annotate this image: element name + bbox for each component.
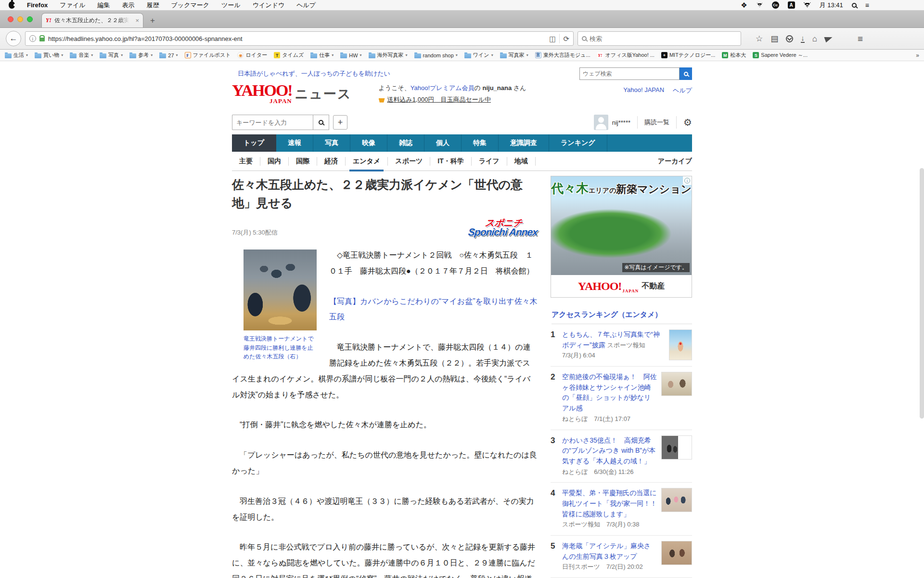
archive-link[interactable]: アーカイブ	[658, 157, 692, 166]
ad-banner[interactable]: 代々木エリアの新築マンション ※写真はイメージです。 i YAHOO! JAPA…	[551, 176, 692, 298]
adchoices-icon[interactable]: i	[683, 176, 692, 185]
bookmark-folder-ongaku[interactable]: 音楽▾	[70, 52, 93, 59]
apple-menu-icon[interactable]	[9, 1, 15, 9]
subnav-chiiki[interactable]: 地域	[507, 157, 536, 166]
subnav-kokunai[interactable]: 国内	[260, 157, 289, 166]
menu-file[interactable]: ファイル	[60, 1, 85, 10]
zoom-window-button[interactable]	[27, 16, 33, 22]
spotlight-icon[interactable]	[852, 3, 857, 8]
bookmarks-overflow-chevron[interactable]: »	[916, 52, 919, 59]
premium-member-link[interactable]: Yahoo!プレミアム会員	[411, 84, 475, 92]
tab-close-icon[interactable]: ×	[135, 17, 139, 24]
bookmark-folder-randomshop[interactable]: random shop▾	[414, 53, 458, 58]
ranking-thumbnail[interactable]	[661, 435, 692, 460]
bookmark-folder-kaimono[interactable]: 買い物▾	[35, 52, 63, 59]
subnav-sports[interactable]: スポーツ	[388, 157, 430, 166]
menu-history[interactable]: 履歴	[147, 1, 159, 10]
menu-edit[interactable]: 編集	[98, 1, 110, 10]
subscription-list-link[interactable]: 購読一覧	[644, 118, 669, 127]
bookmark-folder-hw[interactable]: HW▾	[340, 53, 361, 58]
yahoo-japan-link[interactable]: Yahoo! JAPAN	[623, 86, 664, 95]
menubar-clock[interactable]: 月 13:41	[820, 1, 843, 10]
browser-search-input[interactable]	[590, 35, 737, 42]
gear-icon[interactable]: ⚙	[683, 117, 692, 128]
photo-caption-link[interactable]: 竜王戦決勝トーナメントで藤井四段に勝利し連勝を止めた佐々木五段（右）	[244, 334, 317, 361]
close-window-button[interactable]	[8, 16, 13, 22]
subnav-it[interactable]: IT・科学	[430, 157, 471, 166]
help-link[interactable]: ヘルプ	[673, 86, 692, 95]
yahoo-news-logo[interactable]: YAHOO! JAPAN ニュース	[232, 83, 352, 105]
menu-bookmarks[interactable]: ブックマーク	[171, 1, 210, 10]
https-lock-icon[interactable]	[39, 38, 45, 41]
bookmark-star-icon[interactable]: ☆	[756, 35, 763, 43]
ranking-thumbnail[interactable]	[661, 488, 692, 512]
ranking-link[interactable]: かわいさ35億点！ 高畑充希の“ブルゾンみつき with B”が本気すぎる「本人…	[562, 436, 655, 465]
bookmark-reuters[interactable]: ◉ロイター	[237, 52, 267, 59]
url-bar[interactable]: i ◫ ⟳	[25, 31, 574, 46]
bookmark-filepost[interactable]: Fファイルポスト	[185, 52, 231, 59]
bookmark-folder-seikatsu[interactable]: 生活▾	[5, 52, 28, 59]
tab-shashin[interactable]: 写真	[313, 134, 350, 152]
input-source-icon[interactable]: A	[788, 1, 795, 9]
keyword-search-button[interactable]	[313, 115, 329, 130]
adobe-cc-icon[interactable]: Cc	[772, 1, 779, 9]
bookmark-tufs[interactable]: 言東外大言語モジュ...	[535, 52, 590, 59]
menu-hamburger-icon[interactable]: ≡	[858, 34, 863, 43]
bookmark-folder-kaigai[interactable]: 海外写真家▾	[369, 52, 408, 59]
ranking-thumbnail[interactable]	[669, 329, 692, 360]
web-search-input[interactable]	[579, 67, 680, 80]
subnav-kokusai[interactable]: 国際	[289, 157, 317, 166]
bookmark-times[interactable]: Tタイムズ	[274, 52, 304, 59]
ranking-link[interactable]: 平愛梨、弟・平慶翔氏の当選に御礼ツイート「我が家一同！！皆様に感謝致します」	[562, 489, 657, 517]
article-photo-block[interactable]: 竜王戦決勝トーナメントで藤井四段に勝利し連勝を止めた佐々木五段（右）	[244, 250, 317, 361]
tab-kojin[interactable]: 個人	[424, 134, 462, 152]
tab-top[interactable]: トップ	[232, 134, 276, 152]
menu-tools[interactable]: ツール	[221, 1, 241, 10]
subnav-entame[interactable]: エンタメ	[346, 157, 388, 166]
send-tab-icon[interactable]	[824, 35, 834, 43]
tab-ranking[interactable]: ランキング	[549, 134, 607, 152]
menu-view[interactable]: 表示	[122, 1, 135, 10]
bookmark-folder-shigoto[interactable]: 仕事▾	[310, 52, 334, 59]
page-info-icon[interactable]: i	[29, 35, 36, 42]
avatar[interactable]	[594, 115, 608, 130]
wifi-icon[interactable]	[804, 2, 811, 8]
home-icon[interactable]: ⌂	[812, 35, 817, 43]
tab-zasshi[interactable]: 雑誌	[387, 134, 424, 152]
ranking-thumbnail[interactable]	[661, 541, 692, 565]
tab-eizo[interactable]: 映像	[350, 134, 387, 152]
menu-window[interactable]: ウインドウ	[253, 1, 285, 10]
bookmark-matsumoto[interactable]: M松本大	[722, 52, 746, 59]
dropbox-icon[interactable]: ❖	[741, 1, 747, 9]
menu-app-name[interactable]: Firefox	[27, 1, 48, 9]
url-input[interactable]	[48, 35, 546, 42]
pocket-icon[interactable]	[786, 35, 793, 42]
ranking-thumbnail[interactable]	[661, 372, 692, 396]
signal-small-icon[interactable]	[757, 3, 762, 7]
bookmark-folder-sanko[interactable]: 参考▾	[129, 52, 153, 59]
page-scrollbar[interactable]	[920, 168, 924, 419]
browser-tab[interactable]: Y! 佐々木五段止めた、２２歳実力 ×	[41, 13, 143, 27]
browser-search-field[interactable]	[578, 31, 741, 46]
bookmark-mit-tech[interactable]: +MITテクノロジー...	[661, 52, 715, 59]
promo-link[interactable]: 送料込み1,000円 目玉商品セール中	[387, 95, 491, 105]
add-keyword-button[interactable]: +	[333, 115, 347, 130]
bookmark-folder-shashin[interactable]: 写真▾	[100, 52, 123, 59]
tab-sokuho[interactable]: 速報	[276, 134, 313, 152]
new-tab-button[interactable]: +	[150, 16, 155, 26]
bookmark-folder-wine[interactable]: ワイン▾	[464, 52, 493, 59]
minimize-window-button[interactable]	[17, 16, 23, 22]
user-id-short[interactable]: nij*****	[612, 119, 630, 126]
reading-list-icon[interactable]: ▤	[770, 35, 778, 43]
charity-banner-link[interactable]: 日本語がしゃべれず、一人ぼっちの子どもを助けたい	[238, 69, 390, 78]
tab-ishikichosa[interactable]: 意識調査	[499, 134, 549, 152]
notification-center-icon[interactable]: ≡	[865, 2, 869, 9]
menu-help[interactable]: ヘルプ	[296, 1, 316, 10]
tab-tokushu[interactable]: 特集	[462, 134, 499, 152]
back-button[interactable]: ←	[6, 31, 21, 46]
reload-icon[interactable]: ⟳	[563, 35, 569, 42]
sponichi-logo[interactable]: スポニチ Sponichi Annex	[468, 219, 539, 237]
ranking-link[interactable]: 空前絶後の不倫現場ぁ！ 阿佐ヶ谷姉妹とサンシャイン池崎の「昼顔」ショットが妙なリ…	[562, 373, 657, 412]
subnav-shuyo[interactable]: 主要	[232, 157, 260, 166]
article-photo[interactable]	[244, 250, 317, 330]
